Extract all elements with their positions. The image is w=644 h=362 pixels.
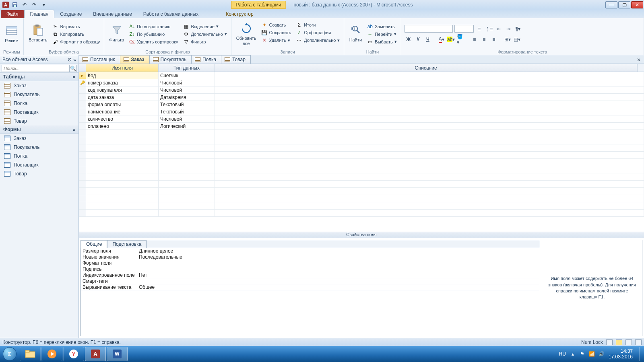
cell-datatype[interactable]: Дата/время bbox=[159, 94, 215, 101]
cell-description[interactable] bbox=[215, 159, 644, 166]
more-records-button[interactable]: ⋯Дополнительно ▾ bbox=[295, 37, 341, 44]
property-row[interactable]: Формат поля bbox=[81, 260, 540, 266]
field-row[interactable] bbox=[79, 181, 644, 188]
cell-datatype[interactable]: Числовой bbox=[159, 115, 215, 122]
cell-datatype[interactable]: Числовой bbox=[159, 86, 215, 93]
indent-inc-icon[interactable]: ⇥ bbox=[504, 25, 512, 33]
cell-fieldname[interactable]: оплачено bbox=[86, 123, 159, 130]
field-row[interactable]: форма оплатыТекстовый bbox=[79, 101, 644, 108]
cell-description[interactable] bbox=[215, 86, 644, 93]
cell-datatype[interactable]: Текстовый bbox=[159, 101, 215, 108]
property-value[interactable] bbox=[137, 260, 540, 266]
cell-description[interactable] bbox=[215, 123, 644, 130]
navgroup-forms[interactable]: Формы« bbox=[0, 125, 78, 134]
navitem-form[interactable]: Поставщик bbox=[0, 160, 78, 169]
row-selector[interactable] bbox=[79, 173, 86, 180]
cell-fieldname[interactable] bbox=[86, 137, 159, 144]
cell-fieldname[interactable]: Код bbox=[86, 72, 159, 79]
cell-datatype[interactable] bbox=[159, 159, 215, 166]
row-selector[interactable] bbox=[79, 144, 86, 151]
cell-description[interactable] bbox=[215, 79, 644, 86]
cell-fieldname[interactable]: форма оплаты bbox=[86, 101, 159, 108]
row-selector-header[interactable] bbox=[79, 64, 86, 72]
doc-close-icon[interactable]: ✕ bbox=[634, 56, 644, 64]
navitem-table[interactable]: Заказ bbox=[0, 81, 78, 90]
fill-color-icon[interactable]: 🪣▾ bbox=[457, 35, 465, 43]
cell-datatype[interactable]: Логический bbox=[159, 123, 215, 130]
text-direction-icon[interactable]: ¶▾ bbox=[514, 25, 522, 33]
navpane-dropdown-icon[interactable]: ⊙ bbox=[68, 57, 72, 62]
delete-record-button[interactable]: ✕Удалить ▾ bbox=[260, 37, 292, 44]
navitem-table[interactable]: Покупатель bbox=[0, 90, 78, 99]
navitem-form[interactable]: Товар bbox=[0, 169, 78, 178]
field-row[interactable] bbox=[79, 166, 644, 173]
cell-datatype[interactable] bbox=[159, 130, 215, 137]
row-selector[interactable] bbox=[79, 152, 86, 158]
copy-button[interactable]: ⧉Копировать bbox=[52, 31, 101, 38]
row-selector[interactable] bbox=[79, 166, 86, 173]
field-row[interactable] bbox=[79, 144, 644, 152]
row-selector[interactable] bbox=[79, 195, 86, 202]
row-selector[interactable] bbox=[79, 94, 86, 101]
cell-description[interactable] bbox=[215, 181, 644, 187]
save-record-button[interactable]: 💾Сохранить bbox=[260, 29, 292, 36]
property-row[interactable]: Смарт-теги bbox=[81, 278, 540, 284]
show-desktop-button[interactable] bbox=[639, 347, 642, 361]
view-button[interactable]: Режим bbox=[3, 24, 20, 44]
cell-description[interactable] bbox=[215, 115, 644, 122]
property-value[interactable]: Последовательные bbox=[137, 254, 540, 260]
field-row[interactable] bbox=[79, 188, 644, 195]
field-row[interactable] bbox=[79, 210, 644, 217]
field-row[interactable]: количествоЧисловой bbox=[79, 115, 644, 123]
cell-datatype[interactable]: Числовой bbox=[159, 79, 215, 86]
property-value[interactable] bbox=[137, 278, 540, 284]
paste-button[interactable]: Вставить bbox=[27, 23, 49, 45]
doctab[interactable]: Покупатель bbox=[149, 55, 192, 64]
app-icon[interactable]: A bbox=[2, 2, 9, 8]
property-value[interactable]: Общее bbox=[137, 284, 540, 290]
clear-sort-button[interactable]: ⌫Удалить сортировку bbox=[128, 38, 179, 45]
cell-datatype[interactable] bbox=[159, 173, 215, 180]
fontsize-combo[interactable] bbox=[454, 25, 474, 33]
cell-fieldname[interactable] bbox=[86, 152, 159, 158]
view-datasheet-icon[interactable] bbox=[606, 339, 613, 345]
cell-description[interactable] bbox=[215, 108, 644, 115]
numbering-icon[interactable]: ⋮≡ bbox=[485, 25, 493, 33]
lang-indicator[interactable]: RU bbox=[559, 351, 566, 357]
row-selector[interactable] bbox=[79, 181, 86, 187]
sort-asc-button[interactable]: A↓По возрастанию bbox=[128, 23, 179, 30]
navitem-table[interactable]: Поставщик bbox=[0, 108, 78, 117]
cut-button[interactable]: ✂Вырезать bbox=[52, 23, 101, 30]
cell-fieldname[interactable] bbox=[86, 166, 159, 173]
prop-tab-lookup[interactable]: Подстановка bbox=[107, 240, 147, 248]
cell-description[interactable] bbox=[215, 188, 644, 195]
cell-fieldname[interactable] bbox=[86, 181, 159, 187]
navitem-table[interactable]: Полка bbox=[0, 99, 78, 108]
cell-datatype[interactable] bbox=[159, 210, 215, 216]
cell-fieldname[interactable]: наименование bbox=[86, 108, 159, 115]
navpane-collapse-icon[interactable]: « bbox=[73, 57, 76, 62]
doctab[interactable]: Поставщик bbox=[79, 55, 120, 64]
row-selector[interactable] bbox=[79, 86, 86, 93]
cell-datatype[interactable] bbox=[159, 137, 215, 144]
sort-desc-button[interactable]: Z↓По убыванию bbox=[128, 31, 179, 38]
bold-icon[interactable]: Ж bbox=[405, 35, 413, 43]
qat-save-icon[interactable] bbox=[11, 1, 19, 8]
cell-fieldname[interactable] bbox=[86, 159, 159, 166]
navpane-header[interactable]: Все объекты Access ⊙« bbox=[0, 55, 78, 64]
property-row[interactable]: Выравнивание текстаОбщее bbox=[81, 284, 540, 290]
row-selector[interactable] bbox=[79, 210, 86, 216]
minimize-button[interactable]: — bbox=[605, 1, 617, 8]
close-button[interactable]: ✕ bbox=[631, 1, 643, 8]
cell-description[interactable] bbox=[215, 94, 644, 101]
navitem-form[interactable]: Полка bbox=[0, 152, 78, 160]
cell-description[interactable] bbox=[215, 210, 644, 216]
search-icon[interactable]: 🔍 bbox=[70, 65, 77, 72]
align-right-icon[interactable]: ≡ bbox=[490, 35, 498, 43]
cell-fieldname[interactable]: дата заказа bbox=[86, 94, 159, 101]
row-selector[interactable] bbox=[79, 137, 86, 144]
toggle-filter-button[interactable]: ▽Фильтр bbox=[182, 38, 228, 45]
taskbar-word-icon[interactable]: W bbox=[107, 347, 128, 361]
ribbon-tab-design[interactable]: Конструктор bbox=[220, 10, 259, 18]
taskbar-clock[interactable]: 14:37 17.03.2016 bbox=[609, 348, 635, 360]
